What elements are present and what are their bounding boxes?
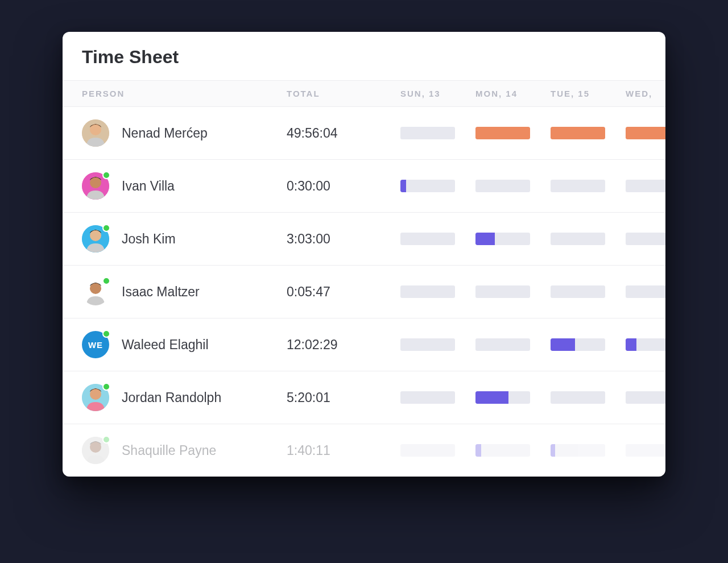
day-bar[interactable] xyxy=(551,127,626,139)
total-cell: 0:05:47 xyxy=(287,284,400,300)
bar-track xyxy=(475,391,530,404)
bar-track xyxy=(626,338,665,351)
day-bar[interactable] xyxy=(626,338,665,351)
header-day-wed[interactable]: WED, xyxy=(626,89,665,98)
person-cell: Isaac Maltzer xyxy=(82,278,287,305)
bar-track xyxy=(475,233,530,245)
day-bar[interactable] xyxy=(551,338,626,351)
avatar[interactable] xyxy=(82,384,109,411)
status-online-icon xyxy=(102,224,110,232)
day-bar[interactable] xyxy=(626,444,665,457)
person-cell: Ivan Villa xyxy=(82,172,287,200)
day-bar[interactable] xyxy=(626,127,665,139)
bar-track xyxy=(551,444,605,457)
person-name: Waleed Elaghil xyxy=(122,337,209,353)
person-name: Isaac Maltzer xyxy=(122,284,200,300)
avatar[interactable] xyxy=(82,119,109,147)
bar-track xyxy=(475,127,530,139)
table-row[interactable]: Ivan Villa 0:30:00 xyxy=(63,160,665,213)
day-bar[interactable] xyxy=(551,180,626,192)
table-row[interactable]: Nenad Merćep 49:56:04 xyxy=(63,107,665,160)
day-bar[interactable] xyxy=(400,127,475,139)
bar-track xyxy=(400,127,455,139)
bar-track xyxy=(626,285,665,298)
bar-track xyxy=(551,127,605,139)
day-bar[interactable] xyxy=(475,180,551,192)
total-cell: 12:02:29 xyxy=(287,337,400,353)
day-bar[interactable] xyxy=(475,285,551,298)
person-cell: Josh Kim xyxy=(82,225,287,252)
bar-track xyxy=(400,338,455,351)
day-bar[interactable] xyxy=(475,444,551,457)
day-bar[interactable] xyxy=(400,285,475,298)
bar-track xyxy=(475,180,530,192)
table-row[interactable]: WE Waleed Elaghil 12:02:29 xyxy=(63,318,665,371)
bar-track xyxy=(400,180,455,192)
table-row[interactable]: Jordan Randolph 5:20:01 xyxy=(63,371,665,424)
bar-track xyxy=(551,338,605,351)
day-bar[interactable] xyxy=(626,391,665,404)
day-bar[interactable] xyxy=(551,444,626,457)
person-cell: WE Waleed Elaghil xyxy=(82,331,287,358)
day-bar[interactable] xyxy=(475,233,551,245)
header-total: TOTAL xyxy=(287,89,400,98)
bar-track xyxy=(626,180,665,192)
day-bar[interactable] xyxy=(626,233,665,245)
avatar[interactable]: WE xyxy=(82,331,109,358)
header-person: PERSON xyxy=(82,89,287,98)
bar-track xyxy=(400,233,455,245)
total-cell: 5:20:01 xyxy=(287,390,400,405)
bar-track xyxy=(475,444,530,457)
person-name: Shaquille Payne xyxy=(122,443,216,458)
header-day-tue[interactable]: TUE, 15 xyxy=(551,89,626,98)
day-bar[interactable] xyxy=(400,391,475,404)
status-online-icon xyxy=(102,383,110,391)
header-day-mon[interactable]: MON, 14 xyxy=(475,89,551,98)
status-online-icon xyxy=(102,436,110,444)
avatar[interactable] xyxy=(82,225,109,252)
bar-track xyxy=(551,285,605,298)
bar-track xyxy=(400,391,455,404)
status-online-icon xyxy=(102,330,110,338)
bar-track xyxy=(475,285,530,298)
day-bar[interactable] xyxy=(551,233,626,245)
bar-track xyxy=(551,233,605,245)
day-bar[interactable] xyxy=(475,391,551,404)
bar-track xyxy=(626,391,665,404)
table-body: Nenad Merćep 49:56:04 Ivan Villa 0:30:00 xyxy=(63,107,665,477)
avatar[interactable] xyxy=(82,278,109,305)
table-row[interactable]: Shaquille Payne 1:40:11 xyxy=(63,424,665,477)
person-cell: Shaquille Payne xyxy=(82,437,287,464)
person-cell: Jordan Randolph xyxy=(82,384,287,411)
day-bar[interactable] xyxy=(400,444,475,457)
total-cell: 3:03:00 xyxy=(287,231,400,247)
day-bar[interactable] xyxy=(626,180,665,192)
day-bar[interactable] xyxy=(400,180,475,192)
bar-track xyxy=(475,338,530,351)
person-name: Josh Kim xyxy=(122,231,176,247)
bar-track xyxy=(626,127,665,139)
page-title: Time Sheet xyxy=(63,32,665,80)
status-online-icon xyxy=(102,277,110,285)
day-bar[interactable] xyxy=(551,285,626,298)
avatar[interactable] xyxy=(82,437,109,464)
bar-track xyxy=(400,444,455,457)
header-day-sun[interactable]: SUN, 13 xyxy=(400,89,475,98)
day-bar[interactable] xyxy=(551,391,626,404)
day-bar[interactable] xyxy=(475,338,551,351)
person-name: Jordan Randolph xyxy=(122,390,221,405)
status-online-icon xyxy=(102,171,110,179)
person-name: Nenad Merćep xyxy=(122,126,208,141)
day-bar[interactable] xyxy=(400,233,475,245)
day-bar[interactable] xyxy=(626,285,665,298)
bar-track xyxy=(400,285,455,298)
total-cell: 1:40:11 xyxy=(287,443,400,458)
avatar[interactable] xyxy=(82,172,109,200)
table-row[interactable]: Josh Kim 3:03:00 xyxy=(63,213,665,266)
person-name: Ivan Villa xyxy=(122,179,175,194)
table-row[interactable]: Isaac Maltzer 0:05:47 xyxy=(63,266,665,318)
day-bar[interactable] xyxy=(475,127,551,139)
day-bar[interactable] xyxy=(400,338,475,351)
table-header: PERSON TOTAL SUN, 13 MON, 14 TUE, 15 WED… xyxy=(63,80,665,107)
bar-track xyxy=(626,444,665,457)
